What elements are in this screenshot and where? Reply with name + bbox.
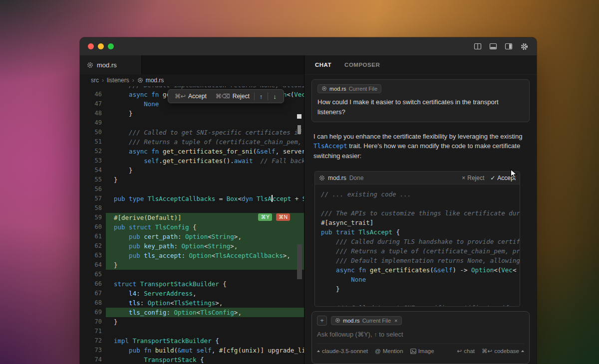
scrollbar-decoration <box>298 125 301 134</box>
code-token: ( <box>430 266 434 274</box>
code-line: 73 pub fn build(&mut self, #[cfg(unix)] … <box>80 346 304 355</box>
code-token: #[async_trait] <box>321 219 373 226</box>
code-token: struct <box>114 280 136 288</box>
code-token: &self <box>434 266 453 274</box>
code-token: : <box>166 309 174 316</box>
code-token: /// Called to get SNI-specific certifica… <box>129 129 304 136</box>
line-number: 61 <box>80 232 106 241</box>
code-token: <( <box>494 266 501 274</box>
code-token: . <box>159 157 163 165</box>
line-number: 52 <box>80 147 106 156</box>
submit-codebase-button[interactable]: ⌘↩ codebase <box>482 348 524 355</box>
line-number: 55 <box>80 175 106 184</box>
tab-composer[interactable]: COMPOSER <box>344 62 380 68</box>
line-number: 62 <box>80 241 106 251</box>
command-return-icon: ⌘↩ <box>175 92 186 101</box>
context-file-chip[interactable]: mod.rs Current File <box>317 84 381 93</box>
rust-file-icon <box>137 77 143 83</box>
code-editor[interactable]: /// Default implementation returns None,… <box>80 86 304 364</box>
inline-accept-badge[interactable]: ⌘Y <box>258 213 272 221</box>
code-line: 68 tls: Option<TlsSettings>, <box>80 298 304 308</box>
code-token: /// Called during TLS handshake to provi… <box>336 238 520 245</box>
remove-context-icon[interactable]: × <box>394 318 397 324</box>
code-token: < <box>208 233 212 240</box>
inline-code-tlsaccept: TlsAccept <box>313 142 347 150</box>
command-return-icon: ⌘↩ <box>482 348 492 355</box>
code-reject-button[interactable]: × Reject <box>462 175 484 182</box>
code-token: String <box>212 233 234 240</box>
code-token <box>114 86 129 89</box>
code-line: 62 pub key_path: Option<String>, <box>80 241 304 251</box>
breadcrumb-file[interactable]: mod.rs <box>137 77 164 84</box>
code-token: &self <box>257 148 276 155</box>
code-token: : <box>174 242 181 250</box>
code-token: cert_path <box>140 233 178 240</box>
code-token <box>114 148 129 155</box>
code-token: None <box>144 100 159 108</box>
code-token: = <box>215 195 227 202</box>
code-token: pub type <box>114 195 144 202</box>
code-token: /// Returns a tuple of (certificate_chai… <box>129 138 304 146</box>
layout-sidebar-right-icon[interactable] <box>505 42 513 50</box>
code-line: 74 TransportStack { <box>80 355 304 364</box>
code-token: : <box>140 299 148 307</box>
mention-button[interactable]: @ Mention <box>375 348 403 354</box>
tab-chat[interactable]: CHAT <box>315 62 331 68</box>
layout-columns-icon[interactable] <box>474 42 482 50</box>
next-diff-button[interactable]: ↓ <box>268 92 282 101</box>
code-token: < <box>238 195 242 202</box>
code-token: dyn <box>242 195 253 202</box>
code-token: } <box>114 176 118 183</box>
chat-input-placeholder[interactable]: Ask followup (⌘Y), ↑ to select <box>317 331 524 338</box>
code-line: 48 } <box>80 109 304 118</box>
breadcrumb-listeners[interactable]: listeners <box>107 77 129 84</box>
zoom-window-button[interactable] <box>108 43 114 49</box>
code-token: pub <box>129 252 140 259</box>
code-token: TlsConfig <box>200 309 234 316</box>
code-token: ( <box>253 148 257 155</box>
code-line: 69 tls_config: Option<TlsConfig>, <box>80 308 304 317</box>
settings-gear-icon[interactable] <box>520 42 529 51</box>
code-token: Option <box>471 266 494 274</box>
close-window-button[interactable] <box>88 43 94 49</box>
breadcrumb[interactable]: src › listeners › mod.rs <box>80 74 304 86</box>
line-number: 59 <box>80 213 106 222</box>
code-token: Option <box>148 299 170 307</box>
submit-chat-button[interactable]: ↩ chat <box>457 348 475 355</box>
code-line: 54 } <box>80 166 304 175</box>
line-number: 65 <box>80 270 106 279</box>
code-token: #[derive(Default)] <box>114 214 181 221</box>
code-line: 70} <box>80 317 304 327</box>
breadcrumb-src[interactable]: src <box>91 77 99 84</box>
code-token: /// Default implementation returns None,… <box>336 257 520 264</box>
code-line: None <box>315 275 520 284</box>
code-token: Send <box>302 195 304 202</box>
minimize-window-button[interactable] <box>98 43 104 49</box>
inline-reject-badge[interactable]: ⌘N <box>276 213 290 221</box>
scrollbar-cursor-marker <box>297 114 301 119</box>
add-context-button[interactable]: + <box>317 316 327 326</box>
check-icon: ✓ <box>490 175 495 182</box>
layout-panel-bottom-icon[interactable] <box>489 42 497 50</box>
diff-accept-button[interactable]: ⌘↩ Accept <box>170 90 211 103</box>
code-token: + <box>291 195 302 202</box>
code-token: Vec <box>294 91 304 98</box>
diff-reject-button[interactable]: ⌘⌫ Reject <box>211 90 254 103</box>
chat-input-box[interactable]: + mod.rs Current File × Ask followup (⌘Y… <box>311 311 530 364</box>
model-selector[interactable]: claude-3.5-sonnet <box>317 348 368 354</box>
code-token <box>114 347 129 354</box>
code-token: async fn <box>336 266 366 274</box>
code-token: TransportStackBuilder <box>129 337 212 345</box>
code-token: get_certificates <box>163 157 223 165</box>
code-token: ccept <box>273 195 292 202</box>
code-line: 58 <box>80 203 304 213</box>
x-icon: × <box>462 175 465 182</box>
input-context-chip[interactable]: mod.rs Current File × <box>331 316 402 325</box>
image-icon <box>410 349 416 354</box>
editor-scrollbar-thumb[interactable] <box>297 244 302 279</box>
image-button[interactable]: Image <box>410 348 434 354</box>
tab-mod-rs[interactable]: mod.rs <box>80 55 142 74</box>
prev-diff-button[interactable]: ↑ <box>255 92 268 101</box>
code-token: await <box>234 157 253 165</box>
code-token: } <box>114 167 133 174</box>
